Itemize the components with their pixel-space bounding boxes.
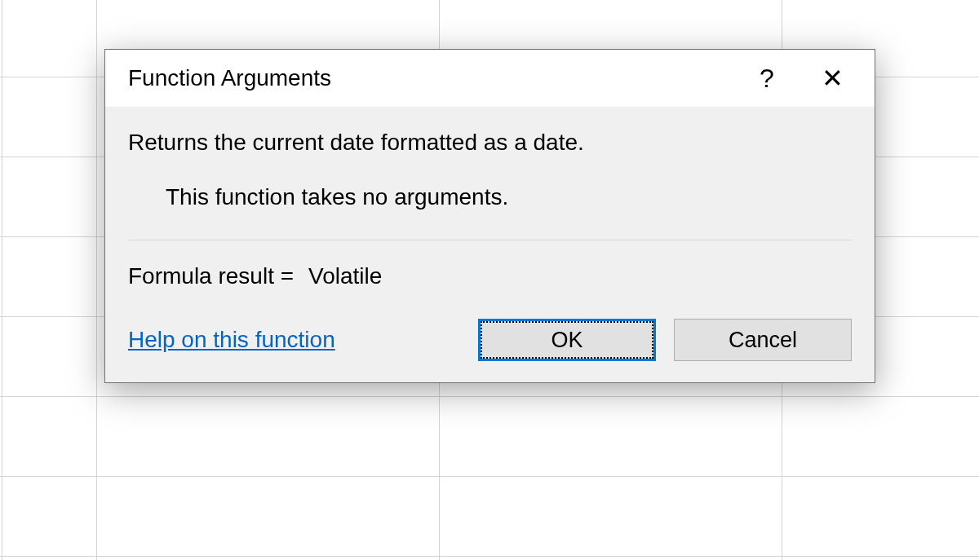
function-arguments-dialog: Function Arguments ? ✕ Returns the curre…	[104, 49, 875, 383]
divider	[128, 240, 852, 240]
cancel-button-label: Cancel	[729, 328, 797, 353]
dialog-body: Returns the current date formatted as a …	[105, 107, 875, 382]
help-icon: ?	[760, 64, 774, 94]
grid-row-line	[0, 556, 979, 557]
dialog-footer: Help on this function OK Cancel	[128, 319, 852, 361]
grid-col-line	[96, 0, 97, 560]
grid-row-line	[0, 396, 979, 397]
grid-row-line	[0, 476, 979, 477]
help-button[interactable]: ?	[734, 50, 800, 107]
no-arguments-text: This function takes no arguments.	[166, 184, 852, 210]
dialog-title: Function Arguments	[128, 65, 734, 91]
close-button[interactable]: ✕	[800, 50, 865, 107]
formula-result-value: Volatile	[308, 263, 382, 289]
cancel-button[interactable]: Cancel	[674, 319, 852, 361]
dialog-titlebar[interactable]: Function Arguments ? ✕	[105, 50, 875, 107]
ok-button[interactable]: OK	[478, 319, 656, 361]
help-link[interactable]: Help on this function	[128, 327, 460, 353]
function-description: Returns the current date formatted as a …	[128, 126, 852, 158]
close-icon: ✕	[822, 63, 844, 94]
formula-result-label: Formula result =	[128, 263, 294, 289]
ok-button-label: OK	[481, 321, 653, 359]
formula-result-row: Formula result = Volatile	[128, 263, 852, 289]
grid-col-line	[2, 0, 2, 560]
